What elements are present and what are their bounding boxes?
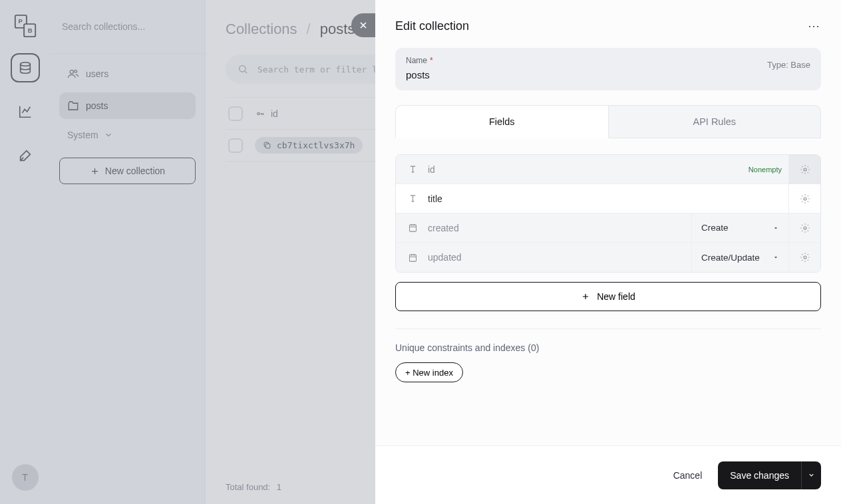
field-settings-button[interactable] <box>788 243 820 272</box>
section-divider <box>395 328 821 329</box>
svg-point-5 <box>70 70 73 73</box>
new-index-button[interactable]: + New index <box>395 362 463 382</box>
field-name: created <box>428 223 691 233</box>
total-found-count: 1 <box>277 482 281 492</box>
panel-title: Edit collection <box>395 19 469 33</box>
sidebar-item-users[interactable]: users <box>59 61 196 87</box>
app-sidebar: P B T <box>0 0 50 504</box>
tab-fields[interactable]: Fields <box>395 105 609 138</box>
select-all-checkbox[interactable] <box>228 106 243 121</box>
nav-logs[interactable] <box>11 97 40 126</box>
collection-type-label: Type: Base <box>767 60 810 70</box>
date-field-icon <box>407 223 419 233</box>
svg-point-8 <box>240 66 246 72</box>
svg-point-14 <box>804 227 806 229</box>
total-found: Total found: 1 <box>226 482 281 492</box>
column-id-label: id <box>271 108 278 119</box>
field-row-created[interactable]: created Create <box>396 213 820 243</box>
svg-point-6 <box>75 70 77 72</box>
cancel-button[interactable]: Cancel <box>671 463 705 487</box>
field-settings-button[interactable] <box>788 213 820 243</box>
logo: P B <box>13 13 38 39</box>
autodate-select[interactable]: Create <box>691 213 788 243</box>
fields-list: ⠿ id Nonempty title <box>395 154 821 273</box>
breadcrumb-current: posts <box>320 21 355 38</box>
nav-collections[interactable] <box>11 53 40 82</box>
panel-options-button[interactable]: ⋯ <box>808 19 821 33</box>
column-id[interactable]: id <box>255 108 278 119</box>
sidebar-system-toggle[interactable]: System <box>59 124 196 146</box>
new-field-button[interactable]: New field <box>395 282 821 311</box>
panel-tabs: Fields API Rules <box>395 105 821 138</box>
sidebar-item-posts[interactable]: posts <box>59 92 196 119</box>
svg-point-12 <box>804 197 806 200</box>
svg-text:B: B <box>27 27 32 34</box>
new-field-label: New field <box>597 291 635 302</box>
svg-point-9 <box>257 112 259 114</box>
svg-rect-10 <box>265 144 270 148</box>
field-row-updated[interactable]: updated Create/Update <box>396 243 820 272</box>
sidebar-search <box>50 0 205 53</box>
field-name: id <box>428 164 749 175</box>
text-field-icon <box>407 164 419 174</box>
svg-text:P: P <box>18 17 23 25</box>
new-collection-label: New collection <box>105 166 165 176</box>
autodate-select[interactable]: Create/Update <box>691 243 788 272</box>
date-field-icon <box>407 253 419 263</box>
collection-name-input[interactable] <box>406 69 689 80</box>
field-name: updated <box>428 252 691 263</box>
collection-name-field[interactable]: Name * Type: Base <box>395 48 821 90</box>
total-found-label: Total found: <box>226 482 270 492</box>
collections-sidebar: users posts System New collection <box>50 0 206 504</box>
sidebar-item-label: users <box>86 68 108 79</box>
search-collections-input[interactable] <box>62 21 193 32</box>
tab-api-rules[interactable]: API Rules <box>609 105 822 138</box>
text-field-icon <box>407 193 419 203</box>
save-button[interactable]: Save changes <box>718 461 801 489</box>
svg-point-4 <box>20 63 30 66</box>
svg-point-11 <box>804 168 806 171</box>
sidebar-item-label: posts <box>86 100 108 111</box>
close-panel-button[interactable] <box>351 13 375 37</box>
name-label: Name <box>406 56 427 65</box>
save-dropdown-button[interactable] <box>801 461 821 489</box>
nonempty-badge: Nonempty <box>749 166 782 174</box>
avatar[interactable]: T <box>12 464 39 491</box>
select-value: Create/Update <box>701 253 760 263</box>
select-value: Create <box>701 223 729 233</box>
panel-footer: Cancel Save changes <box>375 445 841 504</box>
constraints-heading: Unique constraints and indexes (0) <box>395 342 821 353</box>
new-collection-button[interactable]: New collection <box>59 158 196 184</box>
breadcrumb-root[interactable]: Collections <box>226 21 297 38</box>
record-id-pill[interactable]: cb7tixctlvs3x7h <box>255 137 363 154</box>
save-button-group: Save changes <box>718 461 821 489</box>
record-id-text: cb7tixctlvs3x7h <box>277 140 355 150</box>
system-label: System <box>67 130 98 140</box>
required-asterisk: * <box>430 56 433 65</box>
svg-rect-15 <box>409 255 416 261</box>
row-checkbox[interactable] <box>228 138 243 153</box>
svg-rect-13 <box>409 225 416 231</box>
svg-point-16 <box>804 256 806 259</box>
field-settings-button[interactable] <box>788 184 820 213</box>
field-row-title[interactable]: title <box>396 184 820 213</box>
field-name: title <box>428 193 788 204</box>
field-settings-button[interactable] <box>788 155 820 184</box>
edit-collection-panel: Edit collection ⋯ Name * Type: Base Fiel… <box>375 0 841 504</box>
panel-header: Edit collection ⋯ <box>375 0 841 48</box>
field-row-id[interactable]: ⠿ id Nonempty <box>396 155 820 184</box>
search-placeholder-text: Search term or filter lik <box>257 64 388 74</box>
nav-settings[interactable] <box>11 141 40 170</box>
breadcrumb-sep: / <box>307 21 311 38</box>
